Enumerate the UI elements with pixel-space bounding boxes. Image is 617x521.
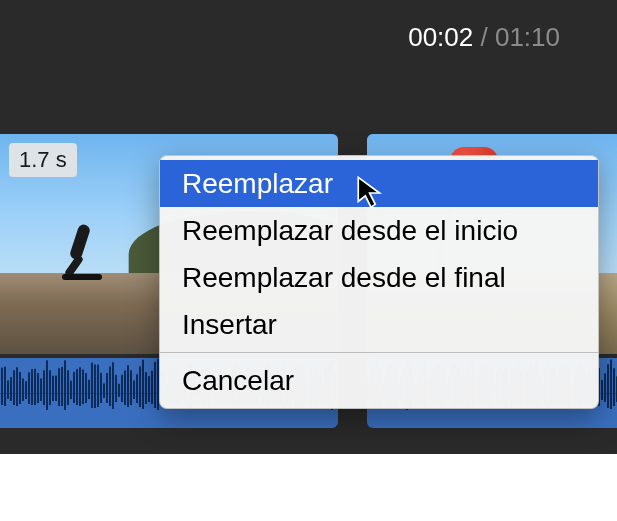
menu-item-replace-from-end[interactable]: Reemplazar desde el final: [160, 254, 598, 301]
menu-item-insert[interactable]: Insertar: [160, 301, 598, 348]
menu-item-cancel[interactable]: Cancelar: [160, 357, 598, 404]
timecode-separator: /: [473, 22, 495, 52]
clip-duration-badge: 1.7 s: [9, 143, 77, 177]
timecode-total: 01:10: [495, 22, 560, 52]
editor-dark-region: 00:02 / 01:10 1.7 s: [0, 0, 617, 454]
timecode-readout: 00:02 / 01:10: [408, 22, 560, 53]
menu-item-replace[interactable]: Reemplazar: [160, 160, 598, 207]
app-frame: 00:02 / 01:10 1.7 s: [0, 0, 617, 521]
timecode-bar: 00:02 / 01:10: [0, 0, 617, 72]
drop-context-menu: Reemplazar Reemplazar desde el inicio Re…: [159, 155, 599, 409]
timecode-current: 00:02: [408, 22, 473, 52]
menu-separator: [160, 352, 598, 353]
menu-item-replace-from-start[interactable]: Reemplazar desde el inicio: [160, 207, 598, 254]
thumbnail-skater: [68, 224, 102, 284]
